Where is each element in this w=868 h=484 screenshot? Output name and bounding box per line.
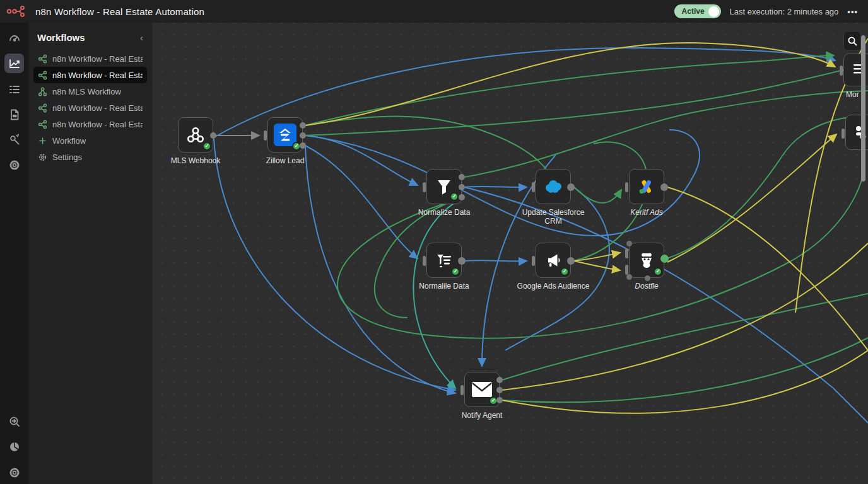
workflow-icon [38, 120, 47, 129]
corner-dot [626, 274, 632, 280]
active-label: Active [682, 7, 705, 16]
input-port[interactable] [532, 256, 535, 266]
input-port[interactable] [842, 129, 845, 139]
success-badge: ✓ [450, 192, 459, 201]
analytics-icon[interactable] [4, 54, 24, 73]
output-port[interactable] [300, 122, 306, 129]
google-ads-icon [637, 177, 656, 196]
output-port[interactable] [496, 377, 503, 383]
node-dostfle[interactable]: ✓ [629, 243, 664, 278]
output-port[interactable] [567, 183, 575, 191]
tools-icon[interactable] [4, 130, 24, 149]
settings-item[interactable]: Settings [33, 149, 147, 165]
node-normalize-data[interactable]: ✓ [426, 169, 462, 204]
workflow-item-label: n8n Workflow - Real Estat... [52, 54, 143, 64]
workflow-item[interactable]: n8n Workflow - Real Estat... [33, 116, 147, 132]
input-port[interactable] [625, 182, 628, 192]
page-title: n8n Workflow - Real Estate Automation [35, 6, 204, 17]
gear-icon[interactable] [4, 155, 24, 175]
node-update-salesforce-crm[interactable] [536, 169, 571, 204]
node-label: Keritf Ads [602, 208, 691, 217]
node-label: Zillow Lead [241, 156, 329, 165]
workflow-item-label: n8n Workflow - Real Estate [52, 71, 143, 80]
input-port[interactable] [625, 248, 628, 258]
node-label: Normalize Data [400, 208, 488, 217]
output-port[interactable] [567, 257, 575, 265]
robot-icon [636, 250, 657, 270]
dashboard-icon[interactable] [4, 28, 24, 48]
add-workflow-button[interactable]: Workflow [33, 132, 147, 149]
output-port[interactable] [459, 184, 465, 190]
workflow-item-label: Settings [52, 153, 82, 162]
vertical-scrollbar[interactable] [861, 35, 865, 182]
input-port[interactable] [460, 385, 464, 395]
input-port[interactable] [423, 256, 426, 266]
output-port[interactable] [660, 183, 668, 191]
input-port[interactable] [264, 130, 267, 141]
salesforce-cloud-icon [542, 177, 565, 196]
output-port[interactable] [496, 397, 503, 403]
workflow-item[interactable]: n8n Workflow - Real Estate... [33, 100, 147, 116]
node-google-ads-audience[interactable]: ✓ [536, 243, 571, 278]
workflow-item-label: n8n Workflow - Real Estat... [52, 120, 143, 129]
collapse-chevron-icon[interactable]: ‹ [140, 32, 143, 43]
node-normalile-data[interactable]: ✓ [426, 243, 462, 278]
input-port[interactable] [625, 265, 628, 275]
document-icon[interactable] [4, 105, 24, 124]
node-keritf-ads[interactable] [629, 169, 664, 204]
settings-gear-icon[interactable] [4, 463, 24, 482]
icon-rail [0, 23, 28, 484]
workflow-canvas[interactable]: ✓ MLS Webhook ✓ Zillow Lead ✓ [152, 23, 868, 484]
success-badge: ✓ [654, 267, 662, 276]
search-icon [847, 36, 858, 47]
output-port[interactable] [300, 132, 306, 139]
more-menu-icon[interactable]: ••• [847, 7, 858, 16]
output-port[interactable] [458, 257, 466, 265]
node-label: MLS Webhook [152, 156, 240, 165]
input-port[interactable] [840, 66, 843, 76]
usage-icon[interactable] [4, 437, 24, 456]
megaphone-icon [544, 251, 563, 270]
workflow-item-label: n8n MLS Workflow [52, 87, 121, 96]
workflow-item-selected[interactable]: n8n Workflow - Real Estate [33, 67, 147, 83]
panel-title: Workflows [37, 32, 85, 43]
output-port[interactable] [300, 142, 306, 149]
list-icon[interactable] [4, 79, 24, 99]
workflow-alt-icon [38, 87, 47, 96]
node-zillow-lead[interactable]: ✓ [267, 117, 303, 153]
workflow-list: n8n Workflow - Real Estat... n8n Workflo… [28, 49, 152, 166]
gear-icon [38, 153, 47, 162]
output-port[interactable] [459, 174, 465, 180]
text-lines-icon [852, 63, 868, 77]
plus-icon [38, 136, 47, 146]
node-label: Update Salesforce CRM [515, 208, 591, 226]
canvas-search-button[interactable] [843, 31, 861, 51]
workflow-item[interactable]: n8n Workflow - Real Estat... [33, 50, 147, 67]
node-notify-agent[interactable]: ✓ [464, 372, 500, 407]
corner-dot [645, 275, 650, 281]
node-label: Google Ads Audience [509, 282, 597, 291]
last-execution-text: Last execution: 2 minutes ago [730, 7, 839, 16]
output-port[interactable] [459, 194, 465, 200]
input-port[interactable] [532, 182, 535, 192]
active-toggle[interactable]: Active [674, 4, 721, 18]
output-port[interactable] [210, 132, 216, 139]
workflow-item-label: n8n Workflow - Real Estate... [52, 103, 143, 113]
webhook-icon [185, 125, 206, 145]
node-mls-webhook[interactable]: ✓ [178, 117, 213, 153]
node-label: Normalile Data [400, 282, 488, 291]
connection-wires [152, 23, 868, 484]
corner-dot [626, 241, 632, 246]
n8n-logo-icon [5, 3, 26, 20]
success-badge: ✓ [202, 142, 211, 151]
workflow-item[interactable]: n8n MLS Workflow [33, 83, 147, 100]
output-port[interactable] [496, 387, 503, 393]
node-label: Dostfle [602, 282, 691, 291]
input-port[interactable] [423, 182, 426, 192]
envelope-icon [471, 381, 493, 398]
zoom-icon[interactable] [4, 412, 24, 431]
success-badge: ✓ [560, 267, 569, 276]
workflow-icon [38, 71, 47, 80]
output-port[interactable] [660, 255, 669, 263]
workflow-icon [38, 54, 47, 64]
